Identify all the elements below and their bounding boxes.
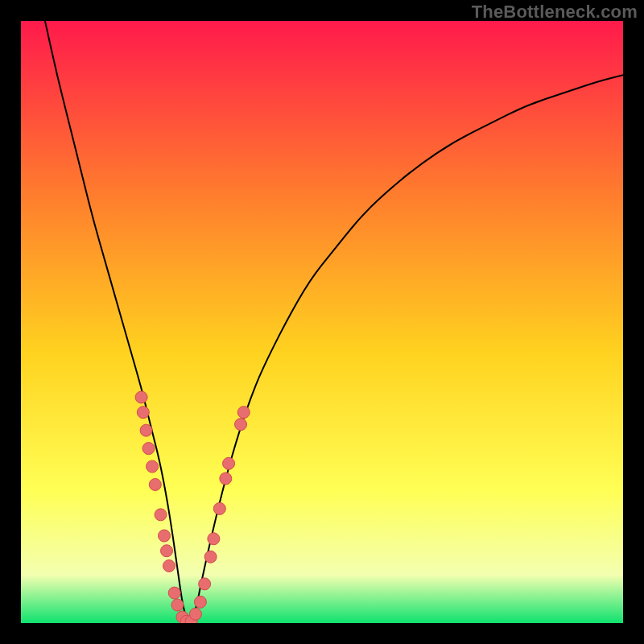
data-point	[220, 473, 232, 485]
chart-svg	[21, 21, 623, 623]
data-point	[189, 608, 201, 620]
data-point	[155, 509, 167, 521]
frame-right	[623, 0, 644, 644]
data-point	[223, 457, 235, 469]
watermark-text: TheBottleneck.com	[472, 2, 638, 23]
data-point	[147, 460, 159, 473]
data-point	[237, 407, 250, 419]
data-point	[235, 419, 247, 431]
data-point	[194, 596, 206, 608]
data-point	[208, 533, 220, 545]
data-point	[137, 407, 149, 419]
data-point	[163, 559, 175, 572]
data-point	[171, 599, 184, 611]
data-point	[213, 502, 225, 514]
frame-left	[0, 0, 21, 644]
data-point	[135, 391, 147, 403]
gradient-background	[21, 21, 623, 623]
data-point	[168, 587, 180, 599]
data-point	[149, 478, 161, 490]
data-point	[142, 443, 155, 455]
data-point	[204, 551, 217, 563]
data-point	[199, 578, 211, 590]
data-point	[140, 424, 152, 436]
plot-area	[21, 21, 623, 623]
frame-bottom	[0, 623, 644, 644]
data-point	[161, 545, 173, 557]
data-point	[159, 530, 171, 542]
